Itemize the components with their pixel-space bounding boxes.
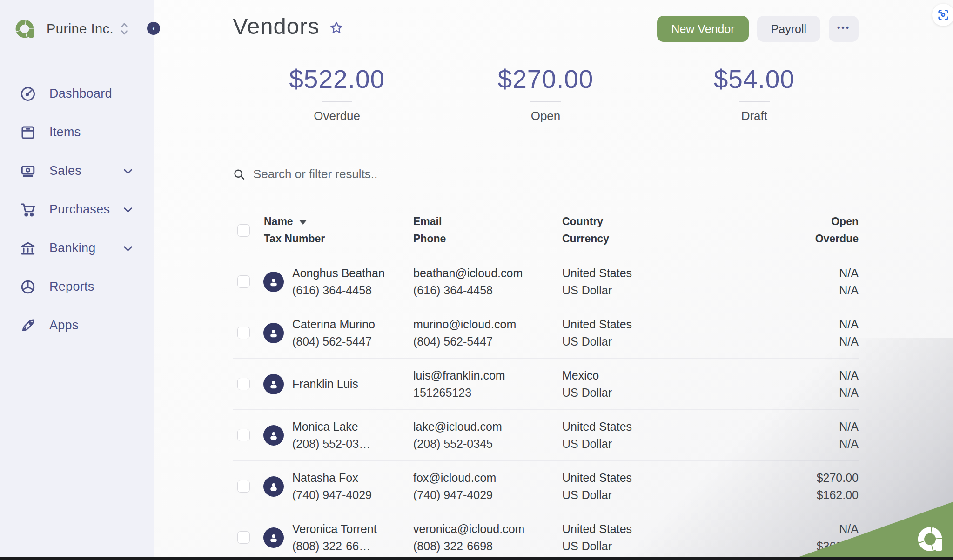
chevron-down-icon[interactable] [122,242,134,254]
sidebar-item-dashboard[interactable]: Dashboard [0,74,154,113]
person-icon [268,429,280,441]
name-cell: Caterina Murino(804) 562-5447 [292,316,413,350]
favorite-star-icon[interactable] [329,20,344,35]
chevron-down-icon[interactable] [122,165,134,177]
avatar [263,425,284,446]
table-row[interactable]: Natasha Fox(740) 947-4029 fox@icloud.com… [233,461,859,512]
page-title: Vendors [233,13,320,39]
email-cell: veronica@icloud.com(808) 322-6698 [413,520,562,555]
stat-divider [739,101,770,102]
country-cell: MexicoUS Dollar [562,367,756,401]
company-switch-icon[interactable] [119,21,129,36]
avatar [263,272,284,292]
chevron-left-icon: ‹ [152,24,155,33]
country-cell: United StatesUS Dollar [562,316,756,350]
stat-amount: $270.00 [441,64,650,94]
search-input[interactable] [253,167,672,181]
sidebar-item-items[interactable]: Items [0,113,154,152]
person-icon [268,378,280,390]
stat-label: Open [441,109,650,123]
sidebar-item-apps[interactable]: Apps [0,306,154,345]
row-checkbox[interactable] [237,531,250,544]
table-row[interactable]: Franklin Luis luis@franklin.com151265123… [233,359,859,410]
items-icon [20,124,36,141]
table-row[interactable]: Caterina Murino(804) 562-5447 murino@icl… [233,307,859,359]
akaunting-logo-icon [14,18,36,40]
sidebar-item-label: Banking [49,241,96,255]
column-header-email[interactable]: Email Phone [413,213,562,247]
collapse-sidebar-button[interactable]: ‹ [147,22,160,35]
vendors-table: Name Tax Number Email Phone Country Curr… [233,206,859,560]
email-cell: fox@icloud.com(740) 947-4029 [413,469,562,504]
name-cell: Monica Lake(208) 552-03… [292,418,413,453]
email-cell: murino@icloud.com(804) 562-5447 [413,316,562,350]
amounts-cell: N/AN/A [756,367,859,401]
apps-icon [20,317,36,334]
table-row[interactable]: Veronica Torrent(808) 322-66… veronica@i… [233,512,859,560]
sidebar-item-label: Apps [49,318,79,333]
row-checkbox[interactable] [237,480,250,493]
avatar [263,476,284,497]
search-icon [233,168,246,181]
email-cell: luis@franklin.com151265123 [413,367,562,401]
window-bottom-edge [0,557,953,560]
sidebar: Purine Inc. ‹ Dashboard Items [0,0,154,560]
column-header-name[interactable]: Name Tax Number [257,213,413,247]
screenshot-button[interactable] [932,4,953,26]
stat-amount: $522.00 [233,64,441,94]
table-row[interactable]: Aonghus Beathan(616) 364-4458 beathan@ic… [233,256,859,307]
person-icon [268,532,280,544]
row-checkbox[interactable] [237,429,250,441]
table-row[interactable]: Monica Lake(208) 552-03… lake@icloud.com… [233,410,859,461]
stat-draft: $54.00 Draft [650,64,859,123]
stat-overdue: $522.00 Overdue [233,64,441,123]
sidebar-nav: Dashboard Items Sales [0,74,154,345]
ellipsis-icon: ••• [837,23,850,33]
name-cell: Aonghus Beathan(616) 364-4458 [292,265,413,299]
person-icon [268,276,280,288]
main-area: Vendors New Vendor Payroll ••• $522.00 O… [154,0,953,560]
stat-divider [530,101,561,102]
payroll-button[interactable]: Payroll [757,16,820,42]
more-actions-button[interactable]: ••• [829,16,859,42]
select-all-checkbox[interactable] [237,224,250,237]
new-vendor-button[interactable]: New Vendor [657,16,748,42]
country-cell: United StatesUS Dollar [562,469,756,504]
row-checkbox[interactable] [237,378,250,390]
stat-amount: $54.00 [650,64,859,94]
person-icon [268,327,280,339]
amounts-cell: N/AN/A [756,316,859,350]
amounts-cell: N/AN/A [756,418,859,453]
row-checkbox[interactable] [237,327,250,339]
sidebar-item-label: Reports [49,280,94,294]
sort-caret-icon [299,220,307,225]
chevron-down-icon[interactable] [122,204,134,216]
purchases-icon [20,201,36,218]
company-selector[interactable]: Purine Inc. [14,15,154,43]
column-header-open[interactable]: Open Overdue [756,213,859,247]
amounts-cell: $270.00$162.00 [756,469,859,504]
amounts-cell: N/AN/A [756,265,859,299]
sidebar-item-purchases[interactable]: Purchases [0,190,154,229]
country-cell: United StatesUS Dollar [562,520,756,555]
avatar [263,374,284,394]
banking-icon [20,240,36,257]
reports-icon [20,279,36,295]
name-cell: Natasha Fox(740) 947-4029 [292,469,413,504]
sidebar-item-reports[interactable]: Reports [0,267,154,306]
email-cell: beathan@icloud.com(616) 364-4458 [413,265,562,299]
akaunting-watermark-icon [916,524,946,554]
avatar [263,323,284,343]
sales-icon [20,163,36,180]
country-cell: United StatesUS Dollar [562,418,756,453]
name-cell: Veronica Torrent(808) 322-66… [292,520,413,555]
column-header-country[interactable]: Country Currency [562,213,756,247]
dashboard-icon [20,86,36,102]
sidebar-item-sales[interactable]: Sales [0,152,154,190]
sidebar-item-label: Sales [49,164,81,178]
name-cell: Franklin Luis [292,375,413,393]
person-icon [268,480,280,493]
sidebar-item-label: Purchases [49,202,110,217]
sidebar-item-banking[interactable]: Banking [0,229,154,267]
row-checkbox[interactable] [237,275,250,288]
